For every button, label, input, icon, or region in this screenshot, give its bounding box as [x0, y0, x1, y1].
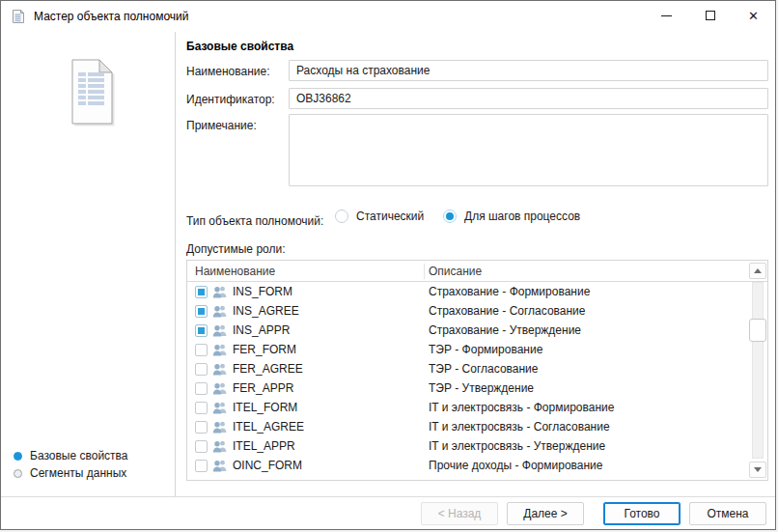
footer-buttons: < НазадДалее >ГотовоОтмена [1, 497, 766, 530]
roles-table-header[interactable]: Наименование Описание [187, 261, 767, 282]
document-icon [11, 9, 26, 24]
role-description: Страхование - Согласование [424, 304, 748, 318]
role-name-cell: FER_APPR [187, 381, 424, 395]
wizard-steps-nav: Базовые свойства Сегменты данных [14, 447, 128, 482]
users-group-icon [212, 324, 228, 337]
table-row[interactable]: INS_FORM Страхование - Формирование [187, 282, 748, 301]
radio-process-steps[interactable] [443, 210, 457, 223]
users-group-icon [212, 402, 228, 414]
role-name: INS_FORM [233, 285, 292, 298]
role-name: ITEL_AGREE [233, 420, 304, 434]
users-group-icon [212, 421, 228, 434]
role-description: Страхование - Формирование [424, 285, 748, 298]
title-bar[interactable]: Мастер объекта полномочий ✕ [1, 1, 775, 32]
radio-process-steps-label: Для шагов процессов [464, 210, 580, 223]
table-row[interactable]: INS_APPR Страхование - Утверждение [187, 321, 748, 340]
column-header-description[interactable]: Описание [424, 265, 482, 278]
type-option-process-steps[interactable]: Для шагов процессов [443, 210, 580, 223]
table-row[interactable]: FER_APPR ТЭР - Утверждение [187, 378, 748, 398]
role-checkbox[interactable] [195, 440, 208, 453]
role-checkbox[interactable] [195, 382, 208, 395]
scrollbar-track[interactable] [752, 282, 764, 459]
nav-item-label: Базовые свойства [30, 449, 128, 462]
next-button[interactable]: Далее > [507, 502, 584, 525]
table-row[interactable]: ITEL_FORM IT и электросвязь - Формирован… [187, 398, 748, 417]
minimize-button[interactable] [645, 1, 688, 30]
role-name: ITEL_APPR [233, 439, 295, 453]
window-controls: ✕ [645, 1, 775, 30]
cancel-button[interactable]: Отмена [689, 502, 766, 525]
users-group-icon [212, 305, 228, 318]
role-checkbox[interactable] [195, 460, 208, 472]
role-name-cell: INS_AGREE [187, 304, 424, 318]
radio-static-label: Статический [356, 210, 424, 223]
role-description: Прочие доходы - Формирование [424, 459, 748, 472]
role-name-cell: OINC_FORM [187, 459, 424, 472]
scrollbar-thumb[interactable] [749, 319, 766, 342]
minimize-icon [661, 15, 672, 16]
role-description: IT и электросвязь - Формирование [424, 401, 748, 414]
role-name-cell: FER_FORM [187, 343, 424, 356]
table-row[interactable]: FER_AGREE ТЭР - Согласование [187, 359, 748, 378]
close-button[interactable]: ✕ [732, 1, 775, 30]
role-name-cell: INS_FORM [187, 285, 424, 298]
role-name: FER_APPR [233, 381, 293, 395]
role-checkbox[interactable] [195, 402, 208, 414]
nav-item-basic-properties[interactable]: Базовые свойства [14, 447, 128, 464]
maximize-button[interactable] [688, 1, 732, 30]
document-artwork [69, 57, 117, 131]
role-description: IT и электросвязь - Согласование [424, 420, 748, 434]
table-row[interactable]: ITEL_APPR IT и электросвязь - Утверждени… [187, 436, 748, 456]
nav-item-data-segments[interactable]: Сегменты данных [14, 464, 128, 482]
column-header-name[interactable]: Наименование [187, 265, 424, 278]
role-name: OINC_FORM [233, 459, 302, 472]
table-row[interactable]: FER_FORM ТЭР - Формирование [187, 340, 748, 359]
identifier-label: Идентификатор: [186, 93, 275, 106]
name-label: Наименование: [186, 65, 270, 78]
step-indicator-dot [14, 452, 22, 461]
role-description: ТЭР - Согласование [424, 362, 748, 376]
role-name: ITEL_FORM [233, 401, 297, 414]
finish-button[interactable]: Готово [603, 502, 681, 525]
identifier-input[interactable] [289, 88, 768, 109]
role-checkbox[interactable] [195, 324, 208, 337]
note-label: Примечание: [186, 119, 257, 132]
role-description: Страхование - Утверждение [424, 323, 748, 337]
back-button[interactable]: < Назад [421, 502, 498, 525]
table-row[interactable]: OINC_FORM Прочие доходы - Формирование [187, 456, 748, 475]
role-checkbox[interactable] [195, 363, 208, 376]
type-label: Тип объекта полномочий: [186, 214, 323, 228]
users-group-icon [212, 460, 228, 472]
role-checkbox[interactable] [195, 305, 208, 318]
table-row[interactable]: ITEL_AGREE IT и электросвязь - Согласова… [187, 417, 748, 436]
sidebar-separator [175, 32, 176, 496]
role-name-cell: ITEL_APPR [187, 439, 424, 453]
users-group-icon [212, 286, 228, 298]
step-indicator-dot [14, 469, 22, 478]
arrow-up-icon [754, 268, 762, 273]
scroll-up-button[interactable] [749, 263, 766, 279]
maximize-icon [706, 11, 715, 20]
close-icon: ✕ [748, 10, 759, 22]
role-checkbox[interactable] [195, 344, 208, 356]
table-row[interactable]: INS_AGREE Страхование - Согласование [187, 301, 748, 321]
scroll-down-button[interactable] [749, 462, 766, 478]
role-description: ТЭР - Формирование [424, 343, 748, 356]
note-textarea[interactable] [289, 114, 768, 186]
role-name-cell: INS_APPR [187, 323, 424, 337]
users-group-icon [212, 363, 228, 376]
role-checkbox[interactable] [195, 286, 208, 298]
role-name: INS_AGREE [233, 304, 299, 318]
role-name: FER_AGREE [233, 362, 303, 376]
radio-static[interactable] [335, 210, 348, 223]
role-description: IT и электросвязь - Утверждение [424, 439, 748, 453]
roles-table: Наименование Описание INS_FORM Страхован… [186, 260, 768, 481]
arrow-down-icon [754, 467, 762, 472]
type-option-static[interactable]: Статический [335, 210, 424, 223]
role-name: FER_FORM [233, 343, 296, 356]
role-name-cell: ITEL_AGREE [187, 420, 424, 434]
name-input[interactable] [289, 60, 768, 81]
window-title: Мастер объекта полномочий [34, 10, 188, 23]
role-checkbox[interactable] [195, 421, 208, 434]
wizard-window: Мастер объекта полномочий ✕ Базовые свой… [0, 0, 776, 530]
